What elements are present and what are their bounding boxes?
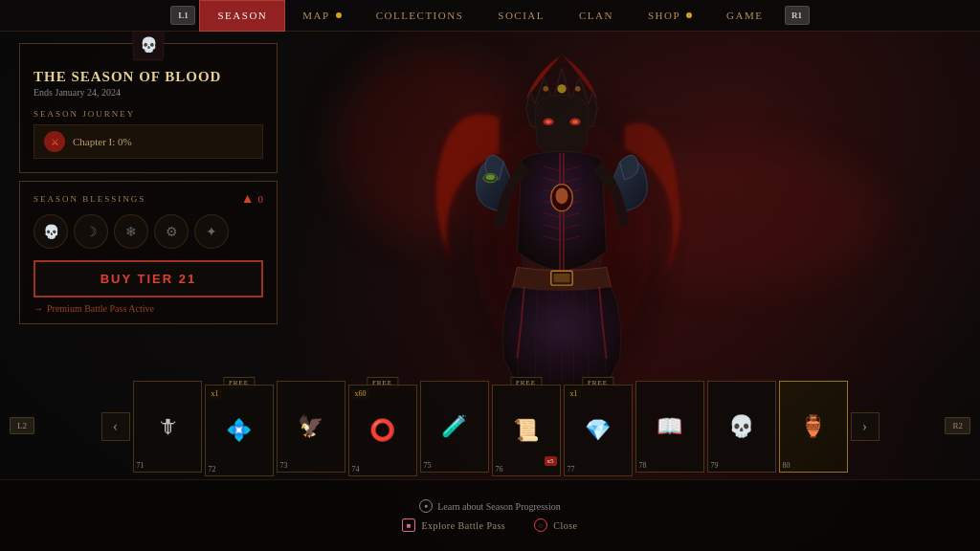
item-icon-79: 💀 xyxy=(728,414,754,439)
svg-rect-13 xyxy=(554,274,570,282)
blessing-icon-1: 💀 xyxy=(33,214,68,249)
item-card-77[interactable]: FREE x1 💎 77 xyxy=(564,385,633,476)
item-icon-76: 📜 xyxy=(513,418,539,443)
blessing-icon-3: ❄ xyxy=(114,214,148,249)
explore-battle-pass-action[interactable]: ■ Explore Battle Pass xyxy=(402,518,505,532)
item-card-inner-78: 📖 78 xyxy=(635,381,704,473)
blessings-icons: 💀 ☽ ❄ ⚙ ✦ xyxy=(33,214,263,249)
blessing-icon-2: ☽ xyxy=(74,214,108,249)
svg-point-2 xyxy=(543,86,548,92)
chapter-bar[interactable]: ⚔ Chapter I: 0% xyxy=(33,124,263,159)
item-number-79: 79 xyxy=(711,461,719,470)
item-card-75[interactable]: 🧪 75 xyxy=(420,381,489,473)
item-number-73: 73 xyxy=(280,461,288,470)
item-card-78[interactable]: 📖 78 xyxy=(635,381,704,473)
item-card-71[interactable]: 🗡 71 xyxy=(133,381,202,473)
item-icon-73: 🦅 xyxy=(298,414,323,439)
nav-map[interactable]: MAP xyxy=(285,0,358,32)
learn-progression: ● Learn about Season Progression xyxy=(419,499,561,513)
item-card-74[interactable]: FREE x60 ⭕ 74 xyxy=(348,385,417,476)
season-header: 💀 THE SEASON OF BLOOD Ends January 24, 2… xyxy=(19,43,278,173)
item-icon-77: 💎 xyxy=(585,418,611,443)
svg-point-7 xyxy=(572,120,578,123)
blessings-count: ▲ 0 xyxy=(241,191,263,207)
svg-point-11 xyxy=(555,187,568,204)
item-bar: ‹ 🗡 71 FREE x1 💠 72 🦅 73 FREE x60 ⭕ 74 xyxy=(0,374,980,479)
item-qty-72: x1 xyxy=(209,388,222,399)
item-card-72[interactable]: FREE x1 💠 72 xyxy=(205,385,274,476)
nav-season[interactable]: SEASON xyxy=(199,0,285,32)
item-number-75: 75 xyxy=(424,461,432,470)
svg-point-3 xyxy=(575,86,581,92)
close-action[interactable]: ○ Close xyxy=(534,518,577,532)
item-number-76: 76 xyxy=(496,465,503,474)
nav-collections[interactable]: COLLECTIONS xyxy=(359,0,481,32)
square-button: ■ xyxy=(402,518,415,532)
nav-shop[interactable]: SHOP xyxy=(631,0,709,32)
blessing-icon-4: ⚙ xyxy=(154,214,189,249)
item-card-inner-79: 💀 79 xyxy=(707,381,776,473)
top-navigation: L1 SEASON MAP COLLECTIONS SOCIAL CLAN SH… xyxy=(0,0,980,32)
item-bar-left-arrow[interactable]: ‹ xyxy=(101,412,130,441)
item-icon-74: ⭕ xyxy=(369,418,395,443)
premium-active-text: → Premium Battle Pass Active xyxy=(33,303,263,314)
nav-game[interactable]: GAME xyxy=(709,0,780,32)
season-ends: Ends January 24, 2024 xyxy=(33,87,263,98)
bottom-actions: ■ Explore Battle Pass ○ Close xyxy=(402,518,577,532)
r1-button[interactable]: R1 xyxy=(785,6,810,25)
item-icon-72: 💠 xyxy=(226,418,252,443)
item-card-inner-72: x1 💠 72 xyxy=(205,385,274,476)
nav-social[interactable]: SOCIAL xyxy=(480,0,562,32)
nav-clan[interactable]: CLAN xyxy=(562,0,631,32)
item-number-72: 72 xyxy=(209,465,216,474)
blessings-header: SEASON BLESSINGS ▲ 0 xyxy=(33,191,263,207)
svg-text:💀: 💀 xyxy=(140,35,158,54)
item-number-71: 71 xyxy=(137,461,145,470)
bottom-bar: ● Learn about Season Progression ■ Explo… xyxy=(0,479,980,551)
item-card-inner-74: x60 ⭕ 74 xyxy=(348,385,417,476)
chapter-icon: ⚔ xyxy=(44,131,65,152)
item-card-inner-71: 🗡 71 xyxy=(133,381,202,473)
skull-decoration: 💀 xyxy=(130,27,167,63)
journey-label: SEASON JOURNEY xyxy=(33,109,263,119)
item-card-inner-73: 🦅 73 xyxy=(277,381,345,473)
blessing-icon-5: ✦ xyxy=(194,214,229,249)
item-card-80[interactable]: 🏺 80 xyxy=(779,381,848,473)
blessings-section: SEASON BLESSINGS ▲ 0 💀 ☽ ❄ ⚙ ✦ BUY TIER … xyxy=(19,181,278,324)
shop-dot xyxy=(686,12,692,18)
item-qty-74: x60 xyxy=(352,388,369,399)
item-card-inner-76: 📜 x5 76 xyxy=(492,385,561,476)
item-card-inner-80: 🏺 80 xyxy=(779,381,848,473)
item-number-77: 77 xyxy=(568,465,575,474)
item-icon-80: 🏺 xyxy=(800,414,826,439)
circle-icon: ● xyxy=(419,499,433,513)
item-number-74: 74 xyxy=(352,465,360,474)
svg-point-1 xyxy=(557,84,566,93)
map-dot xyxy=(336,12,342,18)
item-icon-71: 🗡 xyxy=(157,414,178,439)
circle-button: ○ xyxy=(534,518,547,532)
item-card-inner-77: x1 💎 77 xyxy=(564,385,633,476)
item-card-73[interactable]: 🦅 73 xyxy=(277,381,345,473)
item-card-76[interactable]: FREE 📜 x5 76 xyxy=(492,385,561,476)
item-number-80: 80 xyxy=(783,461,791,470)
item-icon-78: 📖 xyxy=(657,414,682,439)
arrow-icon: → xyxy=(33,303,43,314)
item-card-inner-75: 🧪 75 xyxy=(420,381,489,473)
item-number-78: 78 xyxy=(639,461,647,470)
svg-point-9 xyxy=(486,174,495,180)
item-icon-75: 🧪 xyxy=(441,414,467,439)
item-bar-right-arrow[interactable]: › xyxy=(851,412,880,441)
chapter-text: Chapter I: 0% xyxy=(73,136,132,147)
item-card-79[interactable]: 💀 79 xyxy=(707,381,776,473)
item-qty-77: x1 xyxy=(568,388,581,399)
blessings-label: SEASON BLESSINGS xyxy=(33,194,145,204)
buy-tier-button[interactable]: BUY TIER 21 xyxy=(33,260,263,298)
item-count-76: x5 xyxy=(545,456,557,466)
left-panel: 💀 THE SEASON OF BLOOD Ends January 24, 2… xyxy=(19,43,278,324)
svg-point-6 xyxy=(546,120,551,123)
l1-button[interactable]: L1 xyxy=(170,6,195,25)
